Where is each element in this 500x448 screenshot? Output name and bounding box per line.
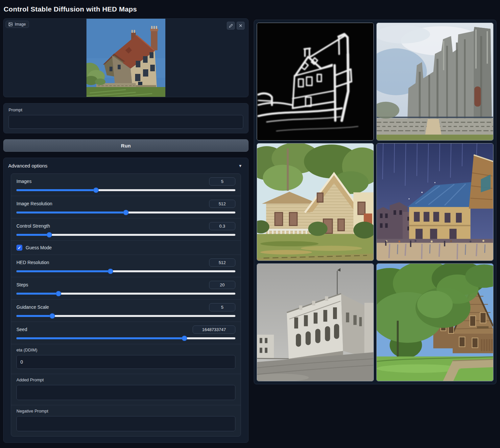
images-slider[interactable] <box>16 189 235 191</box>
output-gallery <box>254 20 496 384</box>
image-toolbar <box>227 22 245 30</box>
pencil-icon <box>229 24 233 28</box>
chevron-down-icon: ▼ <box>238 164 242 168</box>
added-prompt-label: Added Prompt <box>16 377 235 382</box>
control-strength-value-input[interactable]: 0.3 <box>209 222 235 230</box>
image-resolution-slider-fill <box>16 212 126 213</box>
steps-slider-fill <box>16 293 59 295</box>
steps-value-input[interactable]: 20 <box>209 281 235 289</box>
guidance-scale-slider[interactable] <box>16 315 235 317</box>
hed-resolution-value-input[interactable]: 512 <box>209 258 235 267</box>
page-title: Control Stable Diffusion with HED Maps <box>4 5 249 13</box>
guess-mode-row: ✓ Guess Mode <box>11 240 241 255</box>
images-slider-handle[interactable] <box>93 188 99 193</box>
image-resolution-label: Image Resolution <box>16 201 52 206</box>
prompt-label: Prompt <box>9 107 243 112</box>
seed-value-input[interactable]: 1648733747 <box>193 325 235 334</box>
steps-slider-handle[interactable] <box>56 291 61 296</box>
gallery-item-wooden-cottage-painting[interactable] <box>257 143 374 261</box>
gallery-item-hed-edge-map[interactable] <box>257 23 374 141</box>
edit-image-button[interactable] <box>227 22 235 30</box>
guess-mode-label: Guess Mode <box>26 245 52 250</box>
hed-resolution-slider-handle[interactable] <box>108 269 113 274</box>
steps-label: Steps <box>16 282 28 287</box>
added-prompt-input[interactable] <box>16 385 235 400</box>
guidance-scale-label: Guidance Scale <box>16 304 49 310</box>
eta-input[interactable] <box>16 355 235 369</box>
eta-label: eta (DDIM) <box>16 347 235 352</box>
negative-prompt-label: Negative Prompt <box>16 409 235 414</box>
app-root: Control Stable Diffusion with HED Maps I… <box>0 0 500 448</box>
hed-resolution-slider[interactable] <box>16 270 235 272</box>
gallery-item-gothic-cathedral[interactable] <box>376 23 493 141</box>
guidance-scale-slider-handle[interactable] <box>50 313 55 319</box>
gallery-item-stone-house-in-trees[interactable] <box>376 263 493 381</box>
image-input-dropzone[interactable]: Image <box>3 18 249 97</box>
run-button[interactable]: Run <box>3 139 249 152</box>
seed-slider[interactable] <box>16 337 235 339</box>
prompt-input[interactable] <box>9 115 243 129</box>
advanced-options-title: Advanced options <box>8 163 47 168</box>
guess-mode-checkbox[interactable]: ✓ <box>16 245 22 251</box>
image-input-label: Image <box>15 22 26 27</box>
control-strength-label: Control Strength <box>16 223 50 229</box>
control-strength-slider-fill <box>16 234 49 236</box>
image-resolution-value-input[interactable]: 512 <box>209 200 235 208</box>
uploaded-house-image[interactable] <box>86 19 165 97</box>
images-value-input[interactable]: 5 <box>209 177 235 186</box>
gallery-item-vintage-grayscale-building[interactable] <box>257 263 374 381</box>
gallery-item-impressionist-town[interactable] <box>376 143 493 261</box>
prompt-block: Prompt <box>3 103 249 133</box>
checkmark-icon: ✓ <box>18 245 21 250</box>
image-icon <box>8 22 13 27</box>
added-prompt-row: Added Prompt <box>11 374 241 405</box>
image-resolution-slider-row: Image Resolution 512 <box>11 196 241 218</box>
close-icon <box>239 24 243 28</box>
negative-prompt-row: Negative Prompt <box>11 405 241 436</box>
steps-slider[interactable] <box>16 293 235 295</box>
clear-image-button[interactable] <box>237 22 245 30</box>
eta-row: eta (DDIM) <box>11 344 241 374</box>
control-strength-slider[interactable] <box>16 234 235 236</box>
negative-prompt-input[interactable] <box>16 416 235 431</box>
control-strength-slider-handle[interactable] <box>47 232 52 237</box>
control-strength-slider-row: Control Strength 0.3 <box>11 218 241 240</box>
advanced-options-form: Images 5 Image Resolution 512 <box>11 173 241 437</box>
hed-resolution-slider-fill <box>16 270 110 272</box>
steps-slider-row: Steps 20 <box>11 277 241 299</box>
advanced-options-accordion: Advanced options ▼ Images 5 <box>3 158 249 443</box>
images-slider-fill <box>16 189 96 191</box>
guidance-scale-value-input[interactable]: 5 <box>209 303 235 311</box>
controls-column: Control Stable Diffusion with HED Maps I… <box>3 3 249 443</box>
guidance-scale-slider-row: Guidance Scale 5 <box>11 299 241 322</box>
advanced-options-header[interactable]: Advanced options ▼ <box>4 158 248 173</box>
seed-label: Seed <box>16 327 27 332</box>
seed-slider-handle[interactable] <box>182 336 187 341</box>
hed-resolution-slider-row: HED Resolution 512 <box>11 255 241 277</box>
images-label: Images <box>16 179 32 184</box>
image-resolution-slider-handle[interactable] <box>123 210 129 215</box>
seed-slider-fill <box>16 337 184 339</box>
seed-slider-row: Seed 1648733747 <box>11 322 241 344</box>
hed-resolution-label: HED Resolution <box>16 260 49 265</box>
images-slider-row: Images 5 <box>11 174 241 196</box>
image-resolution-slider[interactable] <box>16 212 235 213</box>
guidance-scale-slider-fill <box>16 315 52 317</box>
image-input-label-chip: Image <box>6 21 29 28</box>
